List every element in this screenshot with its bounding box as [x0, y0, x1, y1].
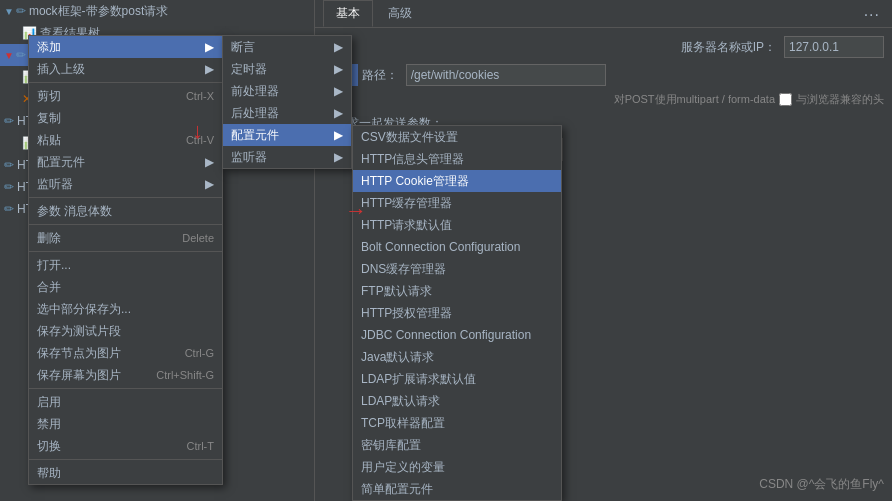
ctx-label: 打开... [37, 257, 71, 274]
ctx-item-save-node-img[interactable]: 保存节点为图片 Ctrl-G [29, 342, 222, 364]
ctx-label: HTTP请求默认值 [361, 217, 452, 234]
ctx-item-ftp-default[interactable]: FTP默认请求 [353, 280, 561, 302]
ctx-shortcut: Ctrl-T [187, 440, 215, 452]
ctx-item-params[interactable]: 参数 消息体数 [29, 200, 222, 222]
ctx-label: 前处理器 [231, 83, 279, 100]
ctx-label: 剪切 [37, 88, 61, 105]
ctx-item-listener2[interactable]: 监听器 ▶ [223, 146, 351, 168]
ctx-label: DNS缓存管理器 [361, 261, 446, 278]
ctx-label: 删除 [37, 230, 61, 247]
ctx-label: 后处理器 [231, 105, 279, 122]
ctx-item-pre-processor[interactable]: 前处理器 ▶ [223, 80, 351, 102]
ctx-item-merge[interactable]: 合并 [29, 276, 222, 298]
ctx-item-add[interactable]: 添加 ▶ [29, 36, 222, 58]
ctx-item-ldap-default[interactable]: LDAP默认请求 [353, 390, 561, 412]
ctx-label: 用户定义的变量 [361, 459, 445, 476]
ctx-label: 复制 [37, 110, 61, 127]
ctx-label: 帮助 [37, 465, 61, 482]
ctx-arrow: ▶ [334, 62, 343, 76]
ctx-item-http-cookie[interactable]: HTTP Cookie管理器 [353, 170, 561, 192]
ctx-label: 保存屏幕为图片 [37, 367, 121, 384]
ctx-item-post-processor[interactable]: 后处理器 ▶ [223, 102, 351, 124]
ctx-label: Java默认请求 [361, 349, 434, 366]
ctx-item-toggle[interactable]: 切换 Ctrl-T [29, 435, 222, 457]
ctx-item-listener[interactable]: 监听器 ▶ [29, 173, 222, 195]
ctx-label: HTTP信息头管理器 [361, 151, 464, 168]
ctx-label: 保存节点为图片 [37, 345, 121, 362]
ctx-item-dns-cache[interactable]: DNS缓存管理器 [353, 258, 561, 280]
ctx-item-cut[interactable]: 剪切 Ctrl-X [29, 85, 222, 107]
ctx-item-http-auth[interactable]: HTTP授权管理器 [353, 302, 561, 324]
ctx-item-config-component[interactable]: 配置元件 ▶ [223, 124, 351, 146]
ctx-label: 密钥库配置 [361, 437, 421, 454]
context-menu-overlay: 添加 ▶ 插入上级 ▶ 剪切 Ctrl-X 复制 粘贴 Ctrl-V 配置元件 … [0, 0, 892, 501]
ctx-label: Bolt Connection Configuration [361, 240, 520, 254]
ctx-item-copy[interactable]: 复制 [29, 107, 222, 129]
ctx-item-ldap-extended[interactable]: LDAP扩展请求默认值 [353, 368, 561, 390]
ctx-item-save-fragment[interactable]: 保存为测试片段 [29, 320, 222, 342]
ctx-arrow: ▶ [205, 155, 214, 169]
ctx-shortcut: Delete [182, 232, 214, 244]
ctx-label: 简单配置元件 [361, 481, 433, 498]
ctx-item-user-vars[interactable]: 用户定义的变量 [353, 456, 561, 478]
ctx-arrow: ▶ [334, 128, 343, 142]
ctx-label: 添加 [37, 39, 61, 56]
ctx-item-delete[interactable]: 删除 Delete [29, 227, 222, 249]
ctx-label: 定时器 [231, 61, 267, 78]
ctx-label: 切换 [37, 438, 61, 455]
context-menu-2: 断言 ▶ 定时器 ▶ 前处理器 ▶ 后处理器 ▶ 配置元件 ▶ 监听器 ▶ [222, 35, 352, 169]
ctx-item-save-screen-img[interactable]: 保存屏幕为图片 Ctrl+Shift-G [29, 364, 222, 386]
ctx-shortcut: Ctrl-G [185, 347, 214, 359]
ctx-label: 选中部分保存为... [37, 301, 131, 318]
ctx-label: 参数 消息体数 [37, 203, 112, 220]
ctx-arrow: ▶ [205, 40, 214, 54]
ctx-sep [29, 82, 222, 83]
ctx-item-bolt-connection[interactable]: Bolt Connection Configuration [353, 236, 561, 258]
ctx-item-http-header[interactable]: HTTP信息头管理器 [353, 148, 561, 170]
ctx-label: 插入上级 [37, 61, 85, 78]
ctx-shortcut: Ctrl-X [186, 90, 214, 102]
ctx-item-csv[interactable]: CSV数据文件设置 [353, 126, 561, 148]
ctx-arrow: ▶ [334, 150, 343, 164]
ctx-item-config-element[interactable]: 配置元件 ▶ [29, 151, 222, 173]
ctx-item-assertion[interactable]: 断言 ▶ [223, 36, 351, 58]
ctx-item-keystore[interactable]: 密钥库配置 [353, 434, 561, 456]
ctx-label: 监听器 [37, 176, 73, 193]
ctx-shortcut: Ctrl+Shift-G [156, 369, 214, 381]
ctx-arrow: ▶ [334, 84, 343, 98]
ctx-item-save-selected[interactable]: 选中部分保存为... [29, 298, 222, 320]
ctx-item-simple-config[interactable]: 简单配置元件 [353, 478, 561, 500]
ctx-label: 配置元件 [231, 127, 279, 144]
ctx-label: JDBC Connection Configuration [361, 328, 531, 342]
ctx-item-http-cache[interactable]: HTTP缓存管理器 [353, 192, 561, 214]
ctx-label: TCP取样器配置 [361, 415, 445, 432]
ctx-sep [29, 197, 222, 198]
ctx-item-tcp-config[interactable]: TCP取样器配置 [353, 412, 561, 434]
ctx-label: 启用 [37, 394, 61, 411]
ctx-item-enable[interactable]: 启用 [29, 391, 222, 413]
ctx-item-insert-parent[interactable]: 插入上级 ▶ [29, 58, 222, 80]
ctx-sep [29, 459, 222, 460]
ctx-label: LDAP扩展请求默认值 [361, 371, 476, 388]
context-menu-3: CSV数据文件设置 HTTP信息头管理器 HTTP Cookie管理器 HTTP… [352, 125, 562, 501]
ctx-arrow: ▶ [334, 40, 343, 54]
ctx-label: 合并 [37, 279, 61, 296]
ctx-label: 配置元件 [37, 154, 85, 171]
ctx-sep [29, 251, 222, 252]
ctx-label: 断言 [231, 39, 255, 56]
ctx-arrow: ▶ [334, 106, 343, 120]
ctx-label: HTTP Cookie管理器 [361, 173, 469, 190]
ctx-arrow: ▶ [205, 177, 214, 191]
ctx-item-http-default[interactable]: HTTP请求默认值 [353, 214, 561, 236]
ctx-label: 监听器 [231, 149, 267, 166]
context-menu-1: 添加 ▶ 插入上级 ▶ 剪切 Ctrl-X 复制 粘贴 Ctrl-V 配置元件 … [28, 35, 223, 485]
ctx-item-open[interactable]: 打开... [29, 254, 222, 276]
ctx-item-paste[interactable]: 粘贴 Ctrl-V [29, 129, 222, 151]
ctx-item-disable[interactable]: 禁用 [29, 413, 222, 435]
ctx-item-jdbc-connection[interactable]: JDBC Connection Configuration [353, 324, 561, 346]
ctx-item-help[interactable]: 帮助 [29, 462, 222, 484]
ctx-item-timer[interactable]: 定时器 ▶ [223, 58, 351, 80]
ctx-shortcut: Ctrl-V [186, 134, 214, 146]
ctx-item-java-default[interactable]: Java默认请求 [353, 346, 561, 368]
ctx-arrow: ▶ [205, 62, 214, 76]
